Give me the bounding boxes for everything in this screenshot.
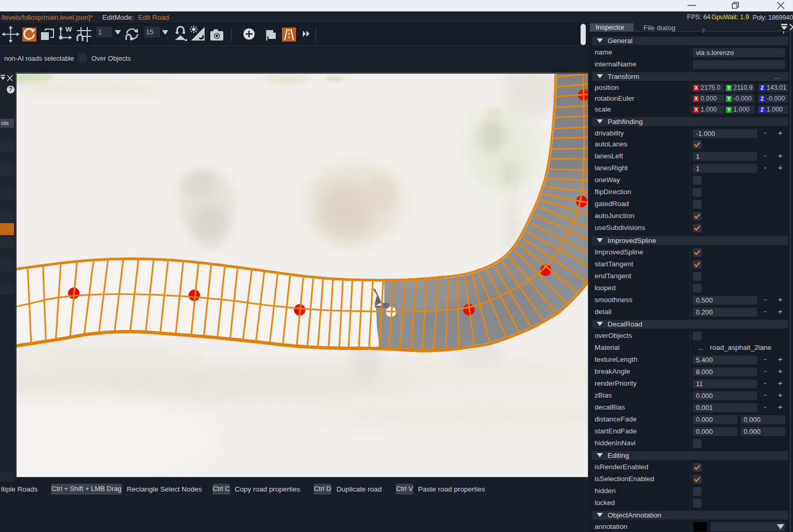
- svg-text:W: W: [65, 25, 72, 33]
- svg-text:15: 15: [146, 28, 153, 36]
- svg-text:1: 1: [98, 28, 102, 36]
